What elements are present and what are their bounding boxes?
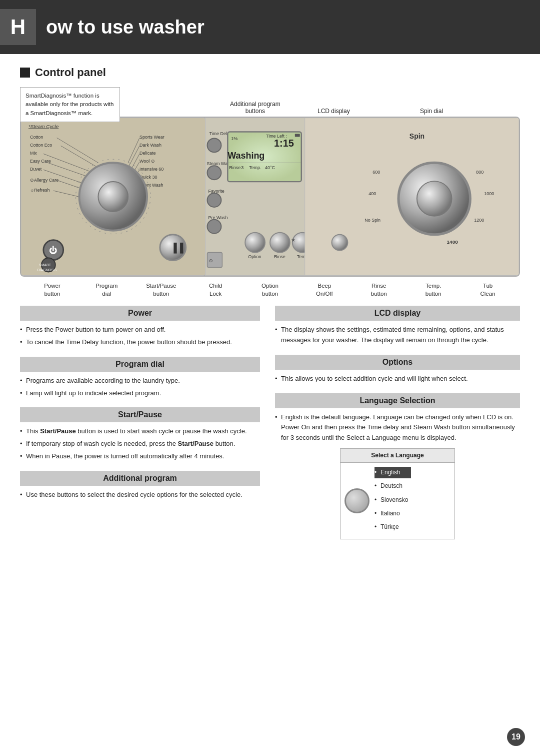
section-heading: Control panel [20,66,520,79]
diagram-container: SmartDiagnosis™ function is available on… [20,87,520,298]
language-select-box: Select a Language English Deutsch Sloven… [340,448,455,539]
label-start-pause-button: Start/Pausebutton [146,282,176,298]
svg-text:⊙Allergy Care: ⊙Allergy Care [30,178,58,183]
lang-select-body: English Deutsch Slovensko Italiano Türkç… [340,463,454,539]
section-language-selection-title: Language Selection [275,393,520,408]
additional-program-bullet-1: Use these buttons to select the desired … [20,490,260,500]
svg-text:⊙: ⊙ [209,258,213,263]
svg-text:400: 400 [368,191,376,196]
svg-point-44 [208,166,222,180]
section-start-pause: Start/Pause This Start/Pause button is u… [20,407,260,461]
svg-text:1000: 1000 [484,191,494,196]
section-additional-program-content: Use these buttons to select the desired … [20,490,260,500]
svg-text:Wool ⊙: Wool ⊙ [140,159,155,164]
section-power: Power Press the Power button to turn pow… [20,306,260,348]
label-child-lock: ChildLock [200,282,230,298]
svg-text:Temp.: Temp. [249,165,261,170]
section-program-dial-title: Program dial [20,357,260,372]
section-start-pause-title: Start/Pause [20,407,260,422]
label-beep-on-off: BeepOn/Off [310,282,340,298]
svg-text:Pre Wash: Pre Wash [208,215,228,220]
svg-text:▐▐: ▐▐ [170,242,184,254]
section-options: Options This allows you to select additi… [275,355,520,384]
content-right: LCD display The display shows the settin… [270,306,520,548]
svg-point-65 [270,233,290,253]
section-power-content: Press the Power button to turn power on … [20,325,260,348]
svg-text:1:15: 1:15 [274,138,294,149]
svg-point-42 [208,138,222,152]
label-program-dial: Programdial [92,282,122,298]
label-power-button: Powerbutton [37,282,67,298]
svg-text:Rinse: Rinse [274,255,286,260]
section-power-title: Power [20,306,260,321]
svg-text:★: ★ [291,237,296,243]
svg-text:No Spin: No Spin [364,218,380,223]
svg-point-33 [98,182,128,212]
svg-text:1200: 1200 [474,218,484,223]
lang-mini-dial [344,488,370,513]
svg-text:1400: 1400 [447,239,458,245]
section-lcd-display-title: LCD display [275,306,520,321]
options-bullet-1: This allows you to select addition cycle… [275,374,520,384]
lang-option-italiano[interactable]: Italiano [374,508,411,519]
svg-text:☼Refresh: ☼Refresh [30,188,50,193]
svg-text:Mix: Mix [30,151,37,156]
section-language-selection: Language Selection English is the defaul… [275,393,520,540]
svg-text:Favorite: Favorite [208,189,224,194]
section-heading-square [20,68,30,78]
svg-text:800: 800 [476,170,484,175]
section-options-content: This allows you to select addition cycle… [275,374,520,384]
svg-rect-54 [295,134,300,137]
svg-point-63 [245,233,265,253]
section-language-selection-content: English is the default language. Languag… [275,412,520,540]
svg-text:Washing: Washing [228,151,264,161]
svg-text:*Steam Cycle: *Steam Cycle [28,124,59,129]
svg-point-46 [208,193,222,207]
start-pause-bullet-1: This Start/Pause button is used to start… [20,426,260,437]
svg-text:Intensive 60: Intensive 60 [140,167,164,172]
label-temp-button: Temp.button [418,282,448,298]
program-dial-bullet-1: Programs are available according to the … [20,376,260,386]
label-additional-prog: Additional programbuttons [230,101,280,115]
page-header: H ow to use washer [0,0,540,54]
lang-select-title: Select a Language [340,449,454,463]
diagram-bottom-labels: Powerbutton Programdial Start/Pausebutto… [20,282,520,298]
svg-text:Delicate: Delicate [140,151,156,156]
page-number: 19 [507,728,525,746]
washer-diagram-svg: *Steam Cycle Cotton Cotton Eco Mix Easy … [21,118,519,276]
label-rinse-button: Rinsebutton [364,282,394,298]
svg-text:Option: Option [248,255,261,260]
section-lcd-display-content: The display shows the settings, estimate… [275,325,520,346]
lang-option-english[interactable]: English [374,467,411,478]
label-tub-clean: TubClean [473,282,503,298]
start-pause-bullet-2: If temporary stop of wash cycle is neede… [20,439,260,449]
smart-diagnosis-note: SmartDiagnosis™ function is available on… [20,87,120,122]
header-h-box: H [0,9,36,45]
lang-list: English Deutsch Slovensko Italiano Türkç… [374,467,411,535]
content-grid: Power Press the Power button to turn pow… [20,306,520,548]
smart-note-text: SmartDiagnosis™ function is available on… [26,93,114,116]
section-additional-program: Additional program Use these buttons to … [20,471,260,500]
lang-option-slovensko[interactable]: Slovensko [374,494,411,506]
svg-text:1%: 1% [231,136,238,141]
svg-text:Rinse: Rinse [229,165,240,170]
section-heading-text: Control panel [35,66,106,79]
svg-text:DIAGNOSIS: DIAGNOSIS [38,268,57,272]
label-lcd-display: LCD display [318,108,350,115]
page-title: ow to use washer [36,17,204,38]
svg-text:Cotton Eco: Cotton Eco [30,143,52,148]
lang-option-turkce[interactable]: Türkçe [374,521,411,533]
content-left: Power Press the Power button to turn pow… [20,306,270,548]
label-option-button: Optionbutton [255,282,285,298]
start-pause-bullet-3: When in Pause, the power is turned off a… [20,451,260,462]
label-spin-dial: Spin dial [420,108,443,115]
svg-point-83 [332,235,348,251]
svg-text:Sports Wear: Sports Wear [140,135,164,140]
svg-text:Dark Wash: Dark Wash [140,143,162,148]
section-additional-program-title: Additional program [20,471,260,486]
section-program-dial-content: Programs are available according to the … [20,376,260,399]
section-start-pause-content: This Start/Pause button is used to start… [20,426,260,461]
program-dial-bullet-2: Lamp will light up to indicate selected … [20,388,260,399]
lang-option-deutsch[interactable]: Deutsch [374,480,411,492]
section-options-title: Options [275,355,520,370]
